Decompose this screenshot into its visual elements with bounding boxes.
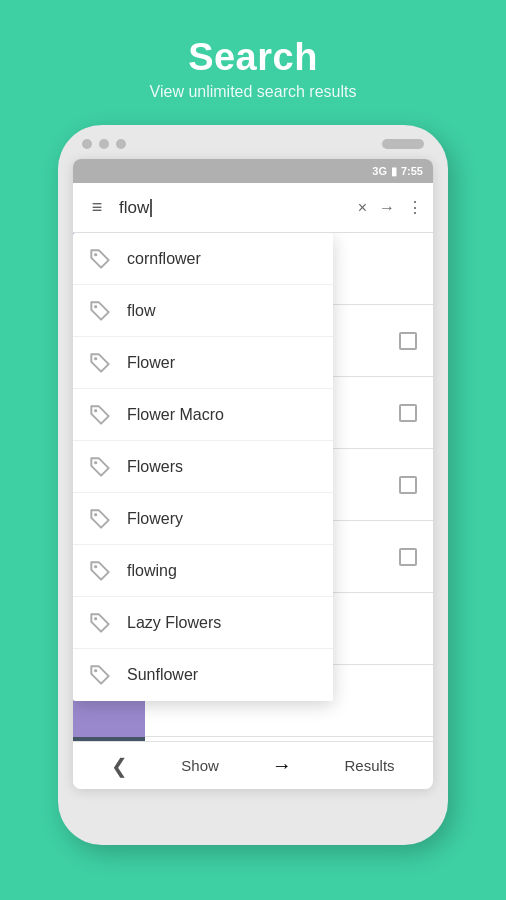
dropdown-item-label: Flowery — [127, 510, 183, 528]
dropdown-item[interactable]: Lazy Flowers — [73, 597, 333, 649]
chevron-down-icon[interactable]: ❮ — [111, 754, 128, 778]
dropdown-item-label: Flower — [127, 354, 175, 372]
dropdown-item[interactable]: flowing — [73, 545, 333, 597]
dropdown-item[interactable]: Sunflower — [73, 649, 333, 701]
dot-3 — [116, 139, 126, 149]
tag-icon — [87, 246, 113, 272]
tag-icon — [87, 558, 113, 584]
svg-point-3 — [94, 409, 97, 412]
dropdown-item[interactable]: flow — [73, 285, 333, 337]
text-cursor — [150, 199, 152, 217]
svg-point-2 — [94, 357, 97, 360]
dropdown-item-label: Sunflower — [127, 666, 198, 684]
status-bar: 3G ▮ 7:55 — [73, 159, 433, 183]
phone-screen: 3G ▮ 7:55 ≡ flow × → ⋮ — [73, 159, 433, 789]
checkbox[interactable] — [399, 404, 417, 422]
dropdown-item-label: Lazy Flowers — [127, 614, 221, 632]
search-input-area[interactable]: flow — [119, 198, 350, 218]
show-label[interactable]: Show — [181, 757, 219, 774]
svg-point-8 — [94, 669, 97, 672]
dropdown-item[interactable]: Flower — [73, 337, 333, 389]
time-display: 7:55 — [401, 165, 423, 177]
dropdown-item-label: flowing — [127, 562, 177, 580]
bottom-bar: ❮ Show → Results — [73, 741, 433, 789]
dropdown-item-label: Flowers — [127, 458, 183, 476]
search-bar-icons: × → ⋮ — [358, 198, 423, 217]
arrow-icon[interactable]: → — [272, 754, 292, 777]
list-item — [73, 737, 433, 741]
tag-icon — [87, 402, 113, 428]
more-icon[interactable]: ⋮ — [407, 198, 423, 217]
phone-speaker — [382, 139, 424, 149]
battery-icon: ▮ — [391, 165, 397, 178]
forward-icon[interactable]: → — [379, 199, 395, 217]
checkbox[interactable] — [399, 332, 417, 350]
dropdown-item[interactable]: cornflower — [73, 233, 333, 285]
network-indicator: 3G — [372, 165, 387, 177]
tag-icon — [87, 662, 113, 688]
tag-icon — [87, 298, 113, 324]
phone-mockup: 3G ▮ 7:55 ≡ flow × → ⋮ — [58, 125, 448, 845]
page-subtitle: View unlimited search results — [150, 83, 357, 101]
svg-point-6 — [94, 565, 97, 568]
tag-icon — [87, 610, 113, 636]
tag-icon — [87, 454, 113, 480]
phone-dots — [82, 139, 126, 149]
dropdown-item-label: Flower Macro — [127, 406, 224, 424]
thumbnail — [73, 737, 145, 742]
dropdown-item[interactable]: Flower Macro — [73, 389, 333, 441]
tag-icon — [87, 506, 113, 532]
dot-1 — [82, 139, 92, 149]
svg-point-5 — [94, 513, 97, 516]
screen-content: cornflowerflowFlowerFlower MacroFlowersF… — [73, 233, 433, 741]
checkbox[interactable] — [399, 548, 417, 566]
search-bar: ≡ flow × → ⋮ — [73, 183, 433, 233]
tag-icon — [87, 350, 113, 376]
dropdown-item[interactable]: Flowery — [73, 493, 333, 545]
svg-point-4 — [94, 461, 97, 464]
dropdown-item-label: cornflower — [127, 250, 201, 268]
dropdown-item-label: flow — [127, 302, 155, 320]
svg-point-1 — [94, 305, 97, 308]
dropdown-item[interactable]: Flowers — [73, 441, 333, 493]
autocomplete-dropdown: cornflowerflowFlowerFlower MacroFlowersF… — [73, 233, 333, 701]
page-title: Search — [188, 36, 318, 79]
search-query-text: flow — [119, 198, 149, 218]
dot-2 — [99, 139, 109, 149]
hamburger-icon[interactable]: ≡ — [83, 197, 111, 218]
status-icons: 3G ▮ 7:55 — [372, 165, 423, 178]
results-label[interactable]: Results — [345, 757, 395, 774]
svg-point-7 — [94, 617, 97, 620]
clear-icon[interactable]: × — [358, 199, 367, 217]
top-section: Search View unlimited search results — [0, 0, 506, 125]
svg-point-0 — [94, 253, 97, 256]
phone-top-bar — [58, 125, 448, 159]
checkbox[interactable] — [399, 476, 417, 494]
